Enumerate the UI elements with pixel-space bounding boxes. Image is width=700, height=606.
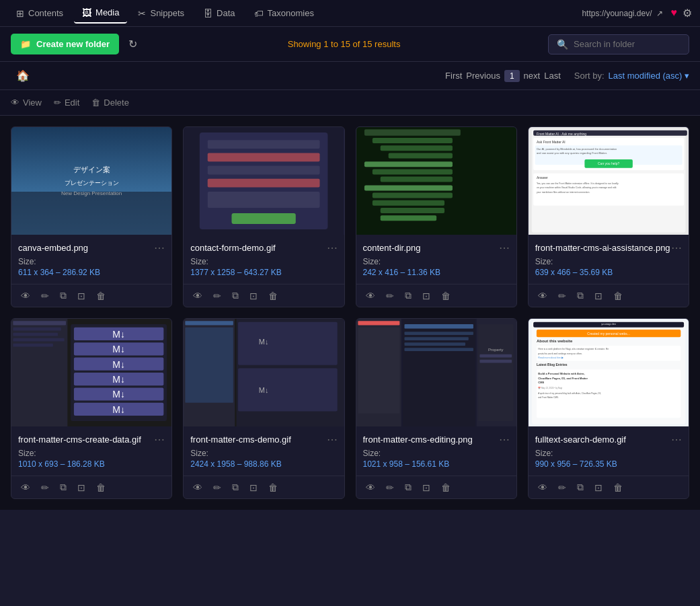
edit-media-button[interactable]: ✏ bbox=[555, 481, 569, 494]
more-options-button[interactable]: ⋯ bbox=[154, 433, 165, 446]
first-page-link[interactable]: First bbox=[445, 71, 462, 81]
previous-page-link[interactable]: Previous bbox=[466, 71, 500, 81]
terminal-media-button[interactable]: ⊡ bbox=[247, 481, 260, 494]
delete-media-button[interactable]: 🗑 bbox=[266, 481, 280, 494]
tab-contents[interactable]: ⊞ Contents bbox=[8, 4, 71, 23]
copy-media-button[interactable]: ⧉ bbox=[402, 289, 414, 303]
svg-text:M↓: M↓ bbox=[112, 389, 125, 400]
delete-media-button[interactable]: 🗑 bbox=[93, 289, 108, 303]
svg-rect-47 bbox=[13, 338, 64, 342]
svg-text:Cloudflare Pages, D1, and Fron: Cloudflare Pages, D1, and Front Matter bbox=[538, 377, 588, 380]
terminal-media-button[interactable]: ⊡ bbox=[420, 481, 433, 494]
svg-text:Answer: Answer bbox=[537, 176, 548, 180]
more-options-button[interactable]: ⋯ bbox=[154, 241, 165, 254]
last-page-link[interactable]: Last bbox=[544, 71, 561, 81]
heart-icon[interactable]: ♥ bbox=[671, 7, 678, 20]
svg-text:Here is a web platform for Nag: Here is a web platform for Nagi, a/w cre… bbox=[538, 348, 609, 350]
copy-media-button[interactable]: ⧉ bbox=[574, 289, 586, 303]
size-value: 242 x 416 – 11.36 KB bbox=[363, 268, 510, 277]
edit-media-button[interactable]: ✏ bbox=[383, 481, 397, 494]
size-label: Size: bbox=[363, 449, 510, 458]
url-link[interactable]: https://younagi.dev/ bbox=[582, 9, 652, 18]
view-media-button[interactable]: 👁 bbox=[18, 481, 33, 494]
size-value: 990 x 956 – 726.35 KB bbox=[535, 459, 682, 469]
svg-text:CMS: CMS bbox=[538, 381, 544, 384]
svg-text:A quick tour of my personal bl: A quick tour of my personal blog built w… bbox=[538, 392, 601, 395]
terminal-media-button[interactable]: ⊡ bbox=[420, 289, 433, 303]
edit-media-button[interactable]: ✏ bbox=[383, 289, 397, 303]
delete-media-button[interactable]: 🗑 bbox=[438, 481, 453, 494]
next-page-link[interactable]: next bbox=[524, 71, 541, 81]
sort-by-label: Sort by: bbox=[574, 71, 605, 81]
more-options-button[interactable]: ⋯ bbox=[671, 433, 682, 446]
delete-media-button[interactable]: 🗑 bbox=[266, 289, 280, 303]
size-value: 1021 x 958 – 156.61 KB bbox=[363, 459, 510, 469]
settings-icon[interactable]: ⚙ bbox=[683, 7, 692, 20]
media-thumbnail: younagi.dev Created my personal webs... … bbox=[529, 319, 689, 426]
top-navigation: ⊞ Contents 🖼 Media ✂ Snippets 🗄 Data 🏷 T… bbox=[0, 0, 700, 27]
svg-text:M↓: M↓ bbox=[112, 329, 125, 340]
svg-text:M↓: M↓ bbox=[112, 344, 125, 354]
view-media-button[interactable]: 👁 bbox=[363, 481, 378, 494]
svg-text:Can you help?: Can you help? bbox=[598, 161, 619, 165]
delete-media-button[interactable]: 🗑 bbox=[93, 481, 108, 494]
delete-media-button[interactable]: 🗑 bbox=[611, 481, 625, 494]
svg-text:Build a Personal Website with : Build a Personal Website with Astro, bbox=[538, 372, 584, 375]
copy-media-button[interactable]: ⧉ bbox=[229, 289, 241, 303]
showing-text: Showing 1 to 15 of 15 results bbox=[288, 39, 401, 49]
create-new-folder-button[interactable]: 📁 Create new folder bbox=[11, 34, 119, 54]
media-filename: canva-embed.png bbox=[18, 243, 154, 253]
copy-media-button[interactable]: ⧉ bbox=[229, 480, 241, 494]
edit-media-button[interactable]: ✏ bbox=[555, 289, 569, 303]
search-box[interactable]: 🔍 bbox=[548, 34, 689, 54]
tab-taxonomies[interactable]: 🏷 Taxonomies bbox=[246, 4, 322, 23]
more-options-button[interactable]: ⋯ bbox=[671, 241, 682, 254]
view-media-button[interactable]: 👁 bbox=[18, 289, 33, 303]
terminal-media-button[interactable]: ⊡ bbox=[75, 289, 88, 303]
size-label: Size: bbox=[535, 257, 682, 266]
search-input[interactable] bbox=[574, 39, 680, 49]
more-options-button[interactable]: ⋯ bbox=[327, 433, 338, 446]
edit-media-button[interactable]: ✏ bbox=[38, 289, 52, 303]
sort-value-button[interactable]: Last modified (asc) ▾ bbox=[609, 71, 689, 81]
media-name-row: content-dir.png ⋯ bbox=[363, 241, 510, 254]
media-filename: front-matter-cms-editing.png bbox=[363, 434, 499, 445]
terminal-media-button[interactable]: ⊡ bbox=[592, 481, 605, 494]
size-label: Size: bbox=[18, 257, 165, 266]
svg-rect-14 bbox=[364, 129, 460, 136]
edit-media-button[interactable]: ✏ bbox=[38, 481, 52, 494]
svg-text:younagi.dev: younagi.dev bbox=[601, 322, 616, 326]
copy-media-button[interactable]: ⧉ bbox=[402, 480, 414, 494]
view-media-button[interactable]: 👁 bbox=[190, 289, 205, 303]
view-media-button[interactable]: 👁 bbox=[535, 289, 550, 303]
media-name-row: fulltext-search-demo.gif ⋯ bbox=[535, 433, 682, 446]
more-options-button[interactable]: ⋯ bbox=[499, 241, 510, 254]
view-media-button[interactable]: 👁 bbox=[363, 289, 378, 303]
terminal-media-button[interactable]: ⊡ bbox=[247, 289, 260, 303]
terminal-media-button[interactable]: ⊡ bbox=[592, 289, 605, 303]
view-button[interactable]: 👁 View bbox=[11, 98, 42, 108]
tab-data[interactable]: 🗄 Data bbox=[195, 4, 243, 23]
copy-media-button[interactable]: ⧉ bbox=[574, 480, 586, 494]
svg-rect-85 bbox=[479, 360, 512, 363]
more-options-button[interactable]: ⋯ bbox=[499, 433, 510, 446]
svg-text:Property: Property bbox=[488, 348, 503, 352]
delete-media-button[interactable]: 🗑 bbox=[438, 289, 453, 303]
more-options-button[interactable]: ⋯ bbox=[327, 241, 338, 254]
refresh-button[interactable]: ↻ bbox=[126, 35, 140, 53]
edit-media-button[interactable]: ✏ bbox=[210, 481, 224, 494]
edit-media-button[interactable]: ✏ bbox=[210, 289, 224, 303]
home-button[interactable]: 🏠 bbox=[11, 67, 35, 85]
terminal-media-button[interactable]: ⊡ bbox=[75, 481, 88, 494]
edit-button[interactable]: ✏ Edit bbox=[54, 98, 79, 108]
delete-media-button[interactable]: 🗑 bbox=[611, 289, 625, 303]
view-media-button[interactable]: 👁 bbox=[190, 481, 205, 494]
delete-button[interactable]: 🗑 Delete bbox=[91, 98, 129, 108]
tab-media[interactable]: 🖼 Media bbox=[74, 3, 127, 24]
size-label: Size: bbox=[190, 449, 337, 458]
copy-media-button[interactable]: ⧉ bbox=[57, 480, 69, 494]
copy-media-button[interactable]: ⧉ bbox=[57, 289, 69, 303]
view-media-button[interactable]: 👁 bbox=[535, 481, 550, 494]
size-label: Size: bbox=[190, 257, 337, 266]
tab-snippets[interactable]: ✂ Snippets bbox=[130, 4, 192, 23]
